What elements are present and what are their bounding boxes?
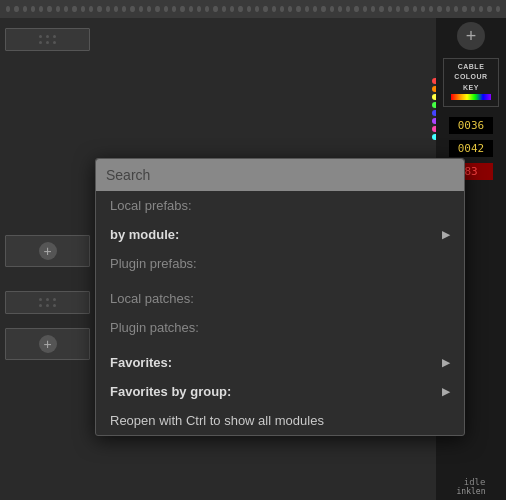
menu-item: Local patches:: [96, 284, 464, 313]
top-dot: [296, 6, 300, 12]
add-module-icon[interactable]: +: [39, 242, 57, 260]
top-dot: [180, 6, 184, 12]
dot: [46, 298, 49, 301]
top-dot: [56, 6, 60, 12]
top-dot: [437, 6, 441, 12]
top-dot: [487, 6, 491, 12]
top-dot: [23, 6, 27, 12]
top-dot: [238, 6, 242, 12]
top-dot: [338, 6, 342, 12]
top-dot: [421, 6, 425, 12]
status-idle: idle: [464, 477, 486, 487]
top-dot: [122, 6, 126, 12]
top-dot: [106, 6, 110, 12]
display-1: 0036: [449, 117, 493, 134]
top-dot: [6, 6, 10, 12]
dot: [53, 304, 56, 307]
top-dot: [47, 6, 51, 12]
dot: [39, 298, 42, 301]
add-button[interactable]: +: [457, 22, 485, 50]
top-dot: [81, 6, 85, 12]
top-dot: [354, 6, 358, 12]
cable-colour-title-line3: KEY: [463, 84, 479, 92]
top-dot: [429, 6, 433, 12]
dot: [46, 304, 49, 307]
top-dot: [147, 6, 151, 12]
top-dot: [89, 6, 93, 12]
top-dot: [197, 6, 201, 12]
dot: [53, 41, 56, 44]
top-dot: [172, 6, 176, 12]
menu-item[interactable]: Favorites by group:: [96, 377, 464, 406]
cable-colour-key-module: CABLE CoLouR KEY: [443, 58, 499, 107]
top-dot: [255, 6, 259, 12]
cable-colour-title-line1: CABLE: [458, 63, 485, 71]
top-dot: [14, 6, 18, 12]
top-dot: [363, 6, 367, 12]
plus-button-module-2[interactable]: +: [5, 328, 90, 360]
dot: [39, 41, 42, 44]
top-dot: [72, 6, 76, 12]
top-dot: [280, 6, 284, 12]
left-module-1: [5, 28, 90, 51]
dot: [53, 35, 56, 38]
top-dot: [471, 6, 475, 12]
left-modules-area: + +: [5, 28, 90, 360]
cable-colour-bar: [451, 94, 491, 100]
top-dot: [139, 6, 143, 12]
top-strip: [0, 0, 506, 18]
dots-grid-2: [39, 298, 57, 307]
menu-items-container: Local prefabs:by module:Plugin prefabs:L…: [96, 191, 464, 435]
plus-button-module[interactable]: +: [5, 235, 90, 267]
top-dot: [446, 6, 450, 12]
top-dot: [39, 6, 43, 12]
search-input[interactable]: [96, 159, 464, 191]
top-dot: [388, 6, 392, 12]
dot: [39, 35, 42, 38]
dot: [53, 298, 56, 301]
menu-item[interactable]: by module:: [96, 220, 464, 249]
top-dot: [413, 6, 417, 12]
top-dot: [205, 6, 209, 12]
top-dot: [222, 6, 226, 12]
add-module-icon-2[interactable]: +: [39, 335, 57, 353]
top-dot: [454, 6, 458, 12]
top-dot: [496, 6, 500, 12]
top-dot: [330, 6, 334, 12]
menu-item[interactable]: Reopen with Ctrl to show all modules: [96, 406, 464, 435]
top-dot: [305, 6, 309, 12]
display-2: 0042: [449, 140, 493, 157]
top-dot: [371, 6, 375, 12]
top-dot: [189, 6, 193, 12]
top-dot: [213, 6, 217, 12]
menu-item[interactable]: Favorites:: [96, 348, 464, 377]
top-dot: [479, 6, 483, 12]
menu-item: Plugin patches:: [96, 313, 464, 342]
top-dot: [130, 6, 134, 12]
top-dot: [97, 6, 101, 12]
top-dot: [313, 6, 317, 12]
top-dot: [263, 6, 267, 12]
top-dot: [64, 6, 68, 12]
dot: [39, 304, 42, 307]
menu-item: Local prefabs:: [96, 191, 464, 220]
rack-area: + + + CABLE CoLouR KEY 0036: [0, 18, 506, 500]
top-dot: [379, 6, 383, 12]
top-dot: [155, 6, 159, 12]
menu-item: Plugin prefabs:: [96, 249, 464, 278]
cable-colour-title-line2: CoLouR: [454, 73, 487, 81]
dot: [46, 35, 49, 38]
top-dot: [164, 6, 168, 12]
left-module-2: [5, 291, 90, 314]
top-dot: [272, 6, 276, 12]
top-dot: [404, 6, 408, 12]
dot: [46, 41, 49, 44]
status-inklen: inklen: [457, 487, 486, 496]
top-dot: [114, 6, 118, 12]
top-dot: [346, 6, 350, 12]
top-dot: [31, 6, 35, 12]
context-menu: Local prefabs:by module:Plugin prefabs:L…: [95, 158, 465, 436]
top-dot: [321, 6, 325, 12]
top-dot: [288, 6, 292, 12]
dots-grid-1: [39, 35, 57, 44]
